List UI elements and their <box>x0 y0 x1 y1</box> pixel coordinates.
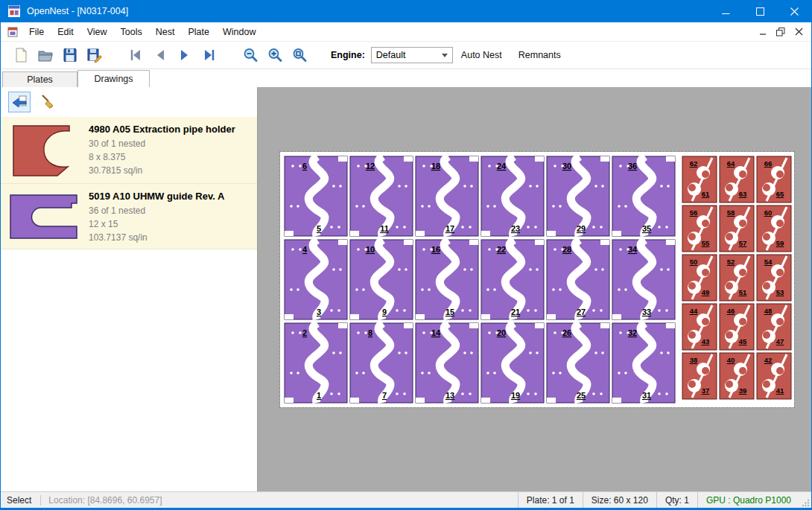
part-number: 42 <box>764 356 773 364</box>
nested-part-pair-red[interactable]: 5453 <box>757 255 791 301</box>
menu-file[interactable]: File <box>22 24 51 40</box>
mdi-minimize-button[interactable] <box>754 25 772 39</box>
document-icon <box>7 26 19 38</box>
nested-part-pair-purple[interactable]: 3635 <box>612 156 675 236</box>
drawings-toolbar <box>1 87 257 117</box>
nested-part-pair-purple[interactable]: 2423 <box>481 156 544 236</box>
part-thumbnail-purple <box>7 189 81 244</box>
nested-part-pair-purple[interactable]: 43 <box>285 240 347 319</box>
part-number: 44 <box>690 307 698 315</box>
open-button[interactable] <box>33 44 57 66</box>
tab-plates[interactable]: Plates <box>2 71 77 87</box>
nested-part-pair-purple[interactable]: 2019 <box>481 323 544 403</box>
nested-part-pair-red[interactable]: 6261 <box>682 156 717 203</box>
nested-part-pair-red[interactable]: 5251 <box>720 255 754 301</box>
nested-part-pair-purple[interactable]: 3433 <box>612 240 675 319</box>
menu-tools[interactable]: Tools <box>114 24 149 40</box>
drawing-list-item[interactable]: 5019 A10 UHMW guide Rev. A 36 of 1 neste… <box>1 184 257 249</box>
nested-part-pair-purple[interactable]: 2625 <box>547 323 609 403</box>
menu-plate[interactable]: Plate <box>181 24 216 40</box>
save-button[interactable] <box>57 44 82 66</box>
zoom-in-button[interactable] <box>262 44 287 66</box>
nest-plate[interactable]: 6512111817242330293635431091615222128273… <box>280 152 794 407</box>
nav-next-button[interactable] <box>172 44 197 66</box>
nested-part-pair-purple[interactable]: 21 <box>285 323 347 403</box>
import-drawing-button[interactable] <box>8 92 31 112</box>
app-icon <box>7 4 21 18</box>
main-body: 4980 A05 Extraction pipe holder 30 of 1 … <box>1 87 811 491</box>
save-as-icon <box>86 46 104 64</box>
nav-first-button[interactable] <box>123 44 148 66</box>
zoom-out-button[interactable] <box>238 44 262 66</box>
nested-part-pair-red[interactable]: 6463 <box>720 156 754 203</box>
nested-part-pair-purple[interactable]: 2221 <box>481 240 544 319</box>
nest-canvas[interactable]: 6512111817242330293635431091615222128273… <box>258 87 811 491</box>
nested-part-pair-red[interactable]: 4443 <box>682 304 717 350</box>
part-number: 54 <box>764 258 773 266</box>
nested-part-pair-red[interactable]: 4039 <box>720 353 754 399</box>
auto-nest-button[interactable]: Auto Nest <box>453 50 510 60</box>
nested-part-pair-red[interactable]: 5857 <box>720 205 754 252</box>
nested-part-pair-purple[interactable]: 3231 <box>612 323 675 403</box>
window-title: OpenNest - [N0317-004] <box>27 6 128 16</box>
part-number: 51 <box>739 288 747 296</box>
nested-part-pair-red[interactable]: 4241 <box>757 353 791 399</box>
nav-previous-icon <box>151 46 169 64</box>
nested-part-pair-red[interactable]: 6665 <box>757 156 791 203</box>
window-controls <box>708 0 811 22</box>
drawing-area: 30.7815 sq/in <box>89 164 235 177</box>
nested-part-pair-red[interactable]: 4645 <box>720 304 754 350</box>
nav-last-button[interactable] <box>197 44 221 66</box>
nested-part-pair-purple[interactable]: 3029 <box>547 156 609 236</box>
menu-view[interactable]: View <box>80 24 114 40</box>
zoom-fit-button[interactable] <box>287 44 311 66</box>
mdi-window-controls <box>754 25 811 39</box>
clear-drawings-button[interactable] <box>37 92 59 112</box>
part-number: 7 <box>382 391 387 400</box>
nested-part-pair-purple[interactable]: 65 <box>285 156 347 236</box>
maximize-button[interactable] <box>743 0 777 22</box>
minimize-button[interactable] <box>708 0 743 22</box>
menu-edit[interactable]: Edit <box>51 24 80 40</box>
nested-part-pair-purple[interactable]: 1413 <box>416 323 478 403</box>
nested-part-pair-purple[interactable]: 109 <box>350 240 413 319</box>
part-number: 17 <box>445 224 454 233</box>
status-location: Location: [84.8696, 60.6957] <box>41 495 169 506</box>
nav-previous-button[interactable] <box>148 44 172 66</box>
part-number: 15 <box>445 307 454 316</box>
part-number: 40 <box>727 356 735 364</box>
nested-part-pair-red[interactable]: 3837 <box>682 353 717 399</box>
drawing-title: 4980 A05 Extraction pipe holder <box>89 124 235 135</box>
nested-part-pair-purple[interactable]: 1817 <box>416 156 478 236</box>
part-number: 43 <box>702 337 710 345</box>
zoom-out-icon <box>241 46 259 64</box>
engine-select[interactable]: Default <box>371 47 453 63</box>
drawing-list-item[interactable]: 4980 A05 Extraction pipe holder 30 of 1 … <box>1 117 257 184</box>
resize-grip[interactable] <box>799 492 811 508</box>
drawings-panel: 4980 A05 Extraction pipe holder 30 of 1 … <box>1 87 258 491</box>
close-button[interactable] <box>777 0 811 22</box>
nested-part-pair-red[interactable]: 5655 <box>682 205 717 252</box>
nested-part-pair-red[interactable]: 4847 <box>757 304 791 350</box>
mdi-close-button[interactable] <box>790 25 808 39</box>
part-number: 59 <box>776 239 784 247</box>
remnants-button[interactable]: Remnants <box>510 50 569 60</box>
part-number: 58 <box>727 208 735 217</box>
part-number: 9 <box>382 307 387 316</box>
status-size: Size: 60 x 120 <box>583 492 656 508</box>
nested-part-pair-purple[interactable]: 1211 <box>350 156 413 236</box>
drawing-nested-count: 36 of 1 nested <box>89 204 224 217</box>
nested-part-pair-purple[interactable]: 87 <box>350 323 413 403</box>
save-as-button[interactable] <box>82 44 107 66</box>
nested-part-pair-purple[interactable]: 2827 <box>547 240 609 319</box>
new-button[interactable] <box>8 44 33 66</box>
nested-part-pair-red[interactable]: 5049 <box>682 255 717 301</box>
tab-drawings[interactable]: Drawings <box>77 70 150 87</box>
part-number: 55 <box>702 239 710 247</box>
nested-part-pair-purple[interactable]: 1615 <box>416 240 478 319</box>
menu-window[interactable]: Window <box>216 24 262 40</box>
part-number: 49 <box>702 288 710 296</box>
nested-part-pair-red[interactable]: 6059 <box>757 205 791 252</box>
mdi-restore-button[interactable] <box>772 25 790 39</box>
menu-nest[interactable]: Nest <box>149 24 182 40</box>
